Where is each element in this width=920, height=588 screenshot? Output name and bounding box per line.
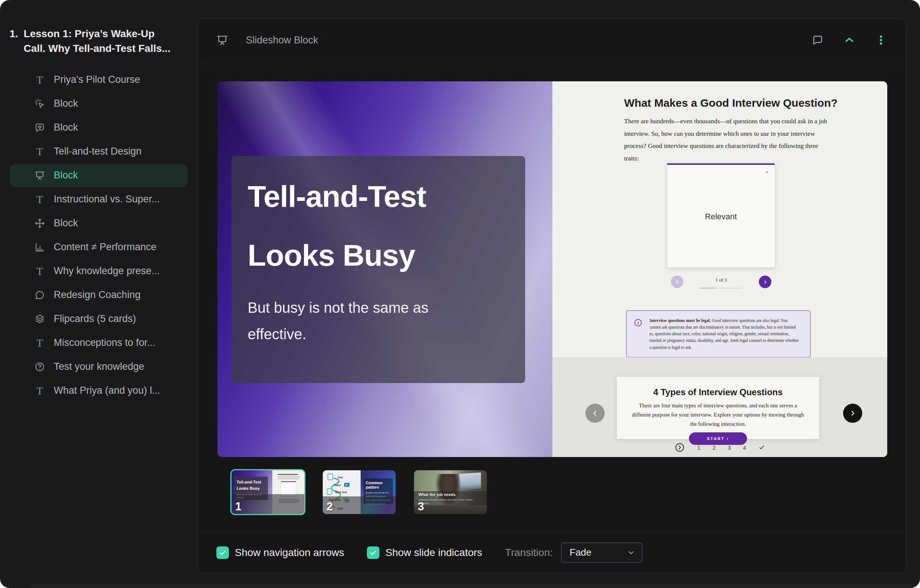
thumbnail-number: 2 xyxy=(326,500,333,513)
lesson-sidebar: 1. Lesson 1: Priya’s Wake-Up Call. Why T… xyxy=(0,0,198,588)
layers-icon xyxy=(34,313,45,325)
slide-title: Tell-and-Test Looks Busy xyxy=(248,167,510,285)
magic-cursor-icon xyxy=(34,98,45,110)
sidebar-item-what-priya-learned[interactable]: T What Priya (and you) l... xyxy=(10,379,187,402)
slideshow-block-panel: Slideshow Block xyxy=(198,18,906,573)
slide-next-arrow[interactable] xyxy=(843,403,862,423)
show-slide-indicators-label: Show slide indicators xyxy=(385,547,482,559)
slide-thumbnails: Tell-and-TestLooks Busy But busy is not … xyxy=(232,470,487,514)
text-icon: T xyxy=(34,74,45,86)
block-header: Slideshow Block xyxy=(198,18,905,63)
text-icon: T xyxy=(34,385,45,397)
text-icon: T xyxy=(34,194,45,205)
flashcard-progress xyxy=(700,288,742,288)
flashcard-label: Relevant xyxy=(667,212,775,222)
flashcard-prev-button xyxy=(671,275,684,288)
legal-info-note: Interview questions must be legal. Good … xyxy=(626,310,811,358)
lesson-heading: What Makes a Good Interview Question? xyxy=(624,97,837,109)
comment-icon[interactable] xyxy=(811,33,825,47)
chat-icon xyxy=(34,289,45,301)
sidebar-item-why-knowledge[interactable]: T Why knowledge prese... xyxy=(10,260,187,283)
circle-arrow-icon xyxy=(674,442,685,453)
text-icon: T xyxy=(34,337,45,349)
slide-right-half: What Makes a Good Interview Question? Th… xyxy=(552,81,887,457)
bar-chart-icon xyxy=(34,241,45,253)
svg-text:Text: Text xyxy=(337,476,343,479)
thumbnail-slide-3[interactable]: What the job needs Judgment, decision ma… xyxy=(414,470,487,514)
collapse-chevron-up-icon[interactable] xyxy=(842,33,856,47)
types-body: There are four main types of interview q… xyxy=(630,401,806,428)
svg-text:More text: More text xyxy=(335,491,347,493)
sidebar-item-content-performance[interactable]: Content ≠ Performance xyxy=(10,236,187,259)
kebab-menu-icon[interactable] xyxy=(874,33,888,47)
text-icon: T xyxy=(34,265,45,277)
slideshow-icon xyxy=(215,34,229,47)
lesson-step-indicators: 1 2 3 4 xyxy=(552,442,887,453)
flashcard: Relevant xyxy=(667,164,775,267)
sidebar-item-block-move[interactable]: Block xyxy=(10,212,187,235)
slide-text-overlay: Tell-and-Test Looks Busy But busy is not… xyxy=(232,156,525,383)
sidebar-item-flipcards[interactable]: Flipcards (5 cards) xyxy=(10,308,187,330)
transition-label: Transition: xyxy=(505,547,553,559)
sidebar-item-redesign-coaching[interactable]: Redesign Coaching xyxy=(10,284,187,306)
slide-left-half: Tell-and-Test Looks Busy But busy is not… xyxy=(217,81,552,457)
show-navigation-arrows-label: Show navigation arrows xyxy=(235,547,344,559)
sidebar-item-instructional-vs-super[interactable]: T Instructional vs. Super... xyxy=(10,188,187,211)
slide-preview[interactable]: Tell-and-Test Looks Busy But busy is not… xyxy=(217,81,887,457)
sidebar-item-tell-and-test-design[interactable]: T Tell-and-test Design xyxy=(10,140,187,163)
thumbnail-number: 3 xyxy=(418,500,424,513)
sidebar-item-block-feedback[interactable]: Block xyxy=(10,116,187,139)
slideshow-icon xyxy=(34,170,45,181)
slide-subtitle: But busy is not the same as effective. xyxy=(248,294,483,347)
move-icon xyxy=(34,217,45,229)
lesson-heading: 1. Lesson 1: Priya’s Wake-Up Call. Why T… xyxy=(0,0,198,56)
block-list: T Priya's Pilot Course Block Block T Tel… xyxy=(0,68,198,402)
sidebar-item-block-slideshow-selected[interactable]: Block xyxy=(10,164,187,187)
types-title: 4 Types of Interview Questions xyxy=(617,387,819,397)
lesson-intro: There are hundreds—even thousands—of que… xyxy=(624,115,827,164)
chevron-down-icon xyxy=(626,548,636,557)
sidebar-item-priyas-pilot-course[interactable]: T Priya's Pilot Course xyxy=(10,68,187,91)
legal-note-text: Interview questions must be legal. Good … xyxy=(650,317,810,351)
block-title: Slideshow Block xyxy=(246,35,318,46)
chat-heart-icon xyxy=(34,122,45,134)
thumbnail-number: 1 xyxy=(235,500,241,513)
lesson-title: Lesson 1: Priya’s Wake-Up Call. Why Tell… xyxy=(24,26,175,56)
help-icon xyxy=(34,361,45,373)
info-icon xyxy=(627,317,650,351)
sidebar-item-block-interactive[interactable]: Block xyxy=(10,92,187,115)
lesson-number: 1. xyxy=(10,26,18,56)
thumbnail-slide-2[interactable]: Text Video More text Flip cards Quiz Com… xyxy=(323,470,395,514)
slideshow-controls: Show navigation arrows Show slide indica… xyxy=(198,531,905,573)
flashcard-count: 1 of 3 xyxy=(700,277,742,283)
transition-select[interactable]: Fade xyxy=(561,543,643,563)
sidebar-item-misconceptions[interactable]: T Misconceptions to for... xyxy=(10,332,187,354)
transition-value: Fade xyxy=(570,547,591,558)
text-icon: T xyxy=(34,146,45,157)
check-icon xyxy=(758,444,765,451)
slide-prev-arrow[interactable] xyxy=(585,403,605,423)
app-window: 1. Lesson 1: Priya’s Wake-Up Call. Why T… xyxy=(0,0,920,588)
next-block-edge xyxy=(31,584,920,588)
show-slide-indicators-checkbox[interactable] xyxy=(367,546,379,559)
thumbnail-slide-1[interactable]: Tell-and-TestLooks Busy But busy is not … xyxy=(232,470,305,514)
sidebar-item-test-your-knowledge[interactable]: Test your knowledge xyxy=(10,355,187,378)
flip-card-icon xyxy=(765,170,769,175)
show-navigation-arrows-checkbox[interactable] xyxy=(216,546,229,559)
flashcard-next-button xyxy=(759,275,771,288)
svg-text:Video: Video xyxy=(334,484,341,486)
types-card: 4 Types of Interview Questions There are… xyxy=(617,377,819,439)
